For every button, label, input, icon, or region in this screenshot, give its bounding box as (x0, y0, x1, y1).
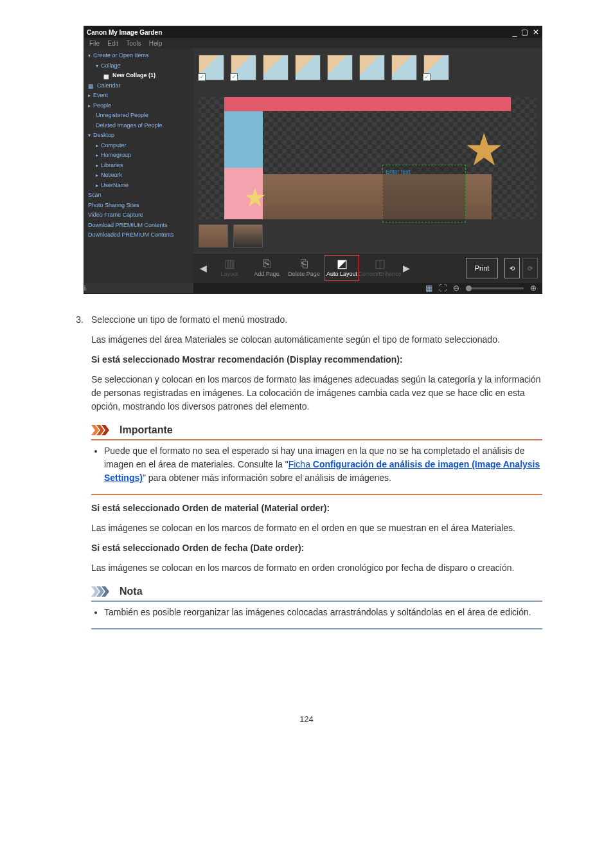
material-thumb[interactable] (327, 55, 353, 80)
add-page-icon: ⎘ (263, 257, 271, 270)
check-icon: ✓ (198, 73, 206, 81)
chevrons-icon (91, 425, 114, 435)
step-title: Seleccione un tipo de formato el menú mo… (91, 313, 542, 327)
sidebar-item[interactable]: Download PREMIUM Contents (88, 221, 191, 231)
note-block: También es posible reorganizar las imáge… (91, 606, 542, 629)
menu-tools[interactable]: Tools (126, 39, 141, 48)
zoom-in-icon[interactable]: ⊕ (530, 282, 537, 294)
materials-strip: ✓ ✓ ✓ (193, 48, 542, 97)
important-heading-bar: Importante (91, 422, 542, 440)
sidebar-item[interactable]: Network (88, 170, 191, 181)
paragraph: Las imágenes se colocan en los marcos de… (91, 561, 542, 575)
step-3: 3. Seleccione un tipo de formato el menú… (71, 313, 542, 636)
note-heading-bar: Nota (91, 584, 542, 602)
sidebar-item[interactable]: Homegroup (88, 150, 191, 161)
important-bullet: Puede que el formato no sea el esperado … (104, 444, 542, 485)
minimize-icon[interactable]: _ (513, 28, 517, 36)
star-icon: ★ (244, 178, 267, 217)
menu-file[interactable]: File (89, 39, 100, 48)
fit-icon[interactable]: ⛶ (439, 282, 447, 294)
paragraph: Las imágenes se colocan en los marcos de… (91, 521, 542, 535)
subheading-display-recommendation: Si está seleccionado Mostrar recomendaci… (91, 353, 542, 366)
collage-editor[interactable]: ★ ★ Enter text. (199, 97, 537, 219)
sidebar-item[interactable]: ▦Calendar (88, 81, 191, 91)
step-paragraph: Las imágenes del área Materiales se colo… (91, 333, 542, 347)
chevrons-icon (91, 586, 114, 597)
undo-button[interactable]: ⟲ (504, 258, 520, 278)
main-area: ✓ ✓ ✓ ★ ★ (193, 48, 542, 293)
zoom-slider[interactable] (466, 287, 524, 289)
sidebar-item[interactable]: Computer (88, 141, 191, 151)
prev-btn[interactable]: ◀ (197, 256, 209, 280)
check-icon: ✓ (423, 73, 431, 81)
material-thumb[interactable]: ✓ (199, 55, 224, 80)
menu-help[interactable]: Help (149, 39, 163, 48)
layout-icon: ▥ (224, 257, 235, 270)
view-grid-icon[interactable]: ▦ (425, 282, 432, 294)
sidebar-item[interactable]: Scan (88, 190, 191, 201)
note-heading: Nota (120, 584, 143, 599)
close-icon[interactable]: ✕ (533, 28, 539, 36)
page-strip (193, 224, 542, 253)
enhance-icon: ◫ (375, 257, 386, 270)
page-thumb[interactable] (233, 224, 263, 248)
auto-layout-button[interactable]: ◩Auto Layout (324, 255, 359, 281)
sidebar: Create or Open Items Collage ▦New Collag… (84, 48, 193, 293)
subheading-material-order: Si está seleccionado Orden de material (… (91, 502, 542, 515)
bottom-toolbar: ◀ ▥Layout ⎘Add Page ⎗Delete Page ◩Auto L… (193, 253, 542, 283)
page-number: 124 (0, 713, 613, 726)
step-number: 3. (71, 313, 84, 636)
auto-layout-icon: ◩ (337, 257, 348, 270)
material-thumb[interactable] (295, 55, 321, 80)
enter-text-box[interactable]: Enter text. (382, 165, 466, 222)
star-icon: ★ (464, 116, 504, 184)
sidebar-item[interactable]: Deleted Images of People (88, 121, 191, 131)
sidebar-item[interactable]: Photo Sharing Sites (88, 201, 191, 211)
sidebar-item[interactable]: Libraries (88, 161, 191, 171)
redo-button[interactable]: ⟳ (522, 258, 538, 278)
sidebar-item[interactable]: UserName (88, 181, 191, 191)
menu-edit[interactable]: Edit (107, 39, 118, 48)
sidebar-item[interactable]: Unregistered People (88, 111, 191, 121)
material-thumb[interactable] (359, 55, 385, 80)
important-heading: Importante (120, 422, 173, 438)
info-icon: i (84, 285, 85, 292)
menubar: File Edit Tools Help (84, 38, 542, 48)
delete-page-button[interactable]: ⎗Delete Page (287, 256, 321, 280)
subheading-date-order: Si está seleccionado Orden de fecha (Dat… (91, 541, 542, 555)
sidebar-item[interactable]: Event (88, 91, 191, 101)
sidebar-item[interactable]: Create or Open Items (88, 51, 191, 61)
maximize-icon[interactable]: ▢ (521, 28, 528, 36)
sidebar-item[interactable]: Downloaded PREMIUM Contents (88, 230, 191, 240)
sidebar-item[interactable]: Desktop (88, 131, 191, 141)
app-title: Canon My Image Garden (87, 28, 162, 37)
material-thumb[interactable] (391, 55, 417, 80)
note-bullet: También es posible reorganizar las imáge… (104, 606, 542, 619)
material-thumb[interactable]: ✓ (231, 55, 256, 80)
delete-page-icon: ⎗ (301, 257, 308, 270)
window-controls: _ ▢ ✕ (510, 28, 539, 37)
material-thumb[interactable]: ✓ (423, 55, 449, 80)
print-button[interactable]: Print (466, 258, 498, 278)
sidebar-item-selected[interactable]: ▦New Collage (1) (88, 71, 191, 81)
page-thumb[interactable] (199, 224, 228, 248)
sidebar-item[interactable]: Video Frame Capture (88, 210, 191, 221)
sidebar-item[interactable]: People (88, 101, 191, 111)
correct-enhance-button[interactable]: ◫Correct/Enhance (363, 256, 396, 280)
add-page-button[interactable]: ⎘Add Page (250, 256, 283, 280)
sidebar-info[interactable]: i (84, 284, 193, 293)
document-content: 3. Seleccione un tipo de formato el menú… (71, 313, 542, 636)
material-thumb[interactable] (263, 55, 289, 80)
titlebar: Canon My Image Garden _ ▢ ✕ (84, 26, 542, 38)
status-bar: ▦ ⛶ ⊖ ⊕ (193, 283, 542, 293)
paragraph: Se seleccionan y colocan en los marcos d… (91, 373, 542, 413)
zoom-out-icon[interactable]: ⊖ (453, 282, 459, 294)
sidebar-item[interactable]: Collage (88, 61, 191, 71)
next-btn[interactable]: ▶ (400, 256, 412, 280)
important-block: Puede que el formato no sea el esperado … (91, 444, 542, 495)
layout-button[interactable]: ▥Layout (213, 256, 246, 280)
app-screenshot: Canon My Image Garden _ ▢ ✕ File Edit To… (84, 26, 542, 294)
check-icon: ✓ (230, 73, 238, 81)
